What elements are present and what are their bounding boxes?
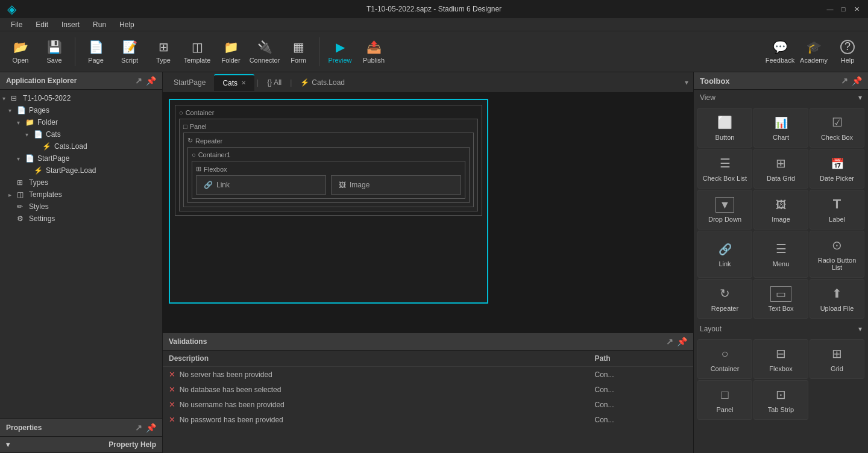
radiobtnlist-icon: [832, 237, 842, 253]
toolbox-panel[interactable]: Panel: [697, 380, 752, 420]
toolbar-open[interactable]: 📂 Open: [5, 34, 36, 70]
tree-item-startpageload[interactable]: ⚡ StartPage.Load: [0, 164, 162, 177]
toolbox-label[interactable]: Label: [810, 190, 864, 230]
toolbar-publish[interactable]: 📤 Publish: [358, 34, 389, 70]
tree-item-cats[interactable]: ▾ 📄 Cats: [0, 128, 162, 140]
maximize-button[interactable]: □: [839, 5, 848, 13]
tree-item-settings[interactable]: ⚙ Settings: [0, 213, 162, 225]
toolbar-folder[interactable]: 📁 Folder: [215, 34, 247, 70]
toolbox-pin-icon[interactable]: 📌: [852, 76, 862, 86]
property-help-header[interactable]: ▾ Property Help: [0, 437, 162, 453]
startpage-icon: 📄: [25, 154, 35, 163]
toolbox-section-layout[interactable]: Layout ▾: [694, 321, 868, 337]
tab-all[interactable]: {} All: [261, 76, 288, 89]
toolbar-preview-label: Preview: [328, 57, 351, 64]
folder-tree-icon: 📁: [25, 118, 35, 127]
toolbar-feedback-label: Feedback: [766, 57, 794, 64]
tabs-collapse-btn[interactable]: ▾: [682, 76, 691, 89]
canvas-link[interactable]: 🔗 Link: [196, 175, 326, 195]
panel-toolbox-icon: [721, 387, 728, 402]
canvas-repeater[interactable]: ↻ Repeater ○ Container1: [183, 133, 474, 207]
toolbar-academy-label: Academy: [800, 57, 828, 64]
repeater-text: Repeater: [195, 137, 222, 145]
toolbox-datepicker[interactable]: Date Picker: [810, 149, 864, 189]
menu-file[interactable]: File: [5, 19, 28, 30]
properties-icons: ↗ 📌: [135, 423, 156, 433]
repeater-icon: ↻: [187, 137, 193, 145]
canvas-container[interactable]: ○ Container □ Panel ↻ Repeat: [175, 105, 482, 216]
toolbox-datagrid[interactable]: Data Grid: [753, 149, 808, 189]
close-button[interactable]: ✕: [852, 5, 861, 13]
tree-item-templates[interactable]: ▸ ◫ Templates: [0, 189, 162, 201]
toolbox-textbox[interactable]: Text Box: [753, 279, 808, 319]
tree-item-folder[interactable]: ▾ 📁 Folder: [0, 116, 162, 128]
toolbar-help[interactable]: ? Help: [832, 34, 863, 70]
settings-icon: ⚙: [17, 214, 27, 223]
toolbox-uploadfile[interactable]: Upload File: [810, 279, 864, 319]
toolbar-connector[interactable]: 🔌 Connector: [249, 34, 280, 70]
toolbox-link[interactable]: Link: [697, 231, 752, 278]
toolbox-dropdown[interactable]: Drop Down: [697, 190, 752, 230]
toolbar-form[interactable]: ▦ Form: [283, 34, 314, 70]
tree-item-pages[interactable]: ▾ 📄 Pages: [0, 104, 162, 116]
flexbox-text: Flexbox: [204, 166, 227, 173]
tree-item-styles[interactable]: ✏ Styles: [0, 201, 162, 213]
properties-pin-icon[interactable]: 📌: [146, 423, 156, 433]
repeater-toolbox-icon: [720, 286, 730, 301]
menu-help[interactable]: Help: [113, 19, 140, 30]
canvas-image[interactable]: 🖼 Image: [331, 175, 461, 195]
toolbox-chart[interactable]: Chart: [753, 108, 808, 148]
validations-expand-icon[interactable]: ↗: [666, 337, 673, 346]
page-icon: 📄: [89, 40, 104, 54]
center-area: StartPage Cats ✕ | {} All | ⚡ Cats.Load …: [163, 72, 693, 453]
tab-catsload[interactable]: ⚡ Cats.Load: [294, 76, 351, 89]
validations-header: Validations ↗ 📌: [163, 333, 693, 351]
app-explorer-expand-icon[interactable]: ↗: [135, 76, 142, 86]
validations-title: Validations: [169, 337, 207, 346]
toolbox-section-view[interactable]: View ▾: [694, 90, 868, 105]
app-explorer-pin-icon[interactable]: 📌: [146, 76, 156, 86]
menu-edit[interactable]: Edit: [30, 19, 54, 30]
menu-run[interactable]: Run: [87, 19, 112, 30]
validations-pin-icon[interactable]: 📌: [677, 337, 687, 346]
toolbar-open-label: Open: [13, 57, 29, 64]
toolbox-expand-icon[interactable]: ↗: [841, 76, 848, 86]
toolbox-container[interactable]: Container: [697, 339, 752, 379]
toolbox-flexbox[interactable]: Flexbox: [753, 339, 808, 379]
toolbar-script[interactable]: 📝 Script: [114, 34, 145, 70]
tab-separator: |: [257, 78, 259, 87]
toolbox-menu[interactable]: Menu: [753, 231, 808, 278]
toolbox-checkbox[interactable]: Check Box: [810, 108, 864, 148]
toolbar-template[interactable]: ◫ Template: [181, 34, 213, 70]
toolbox-radiobtnlist[interactable]: Radio Button List: [810, 231, 864, 278]
toolbar-type[interactable]: ⊞ Type: [148, 34, 179, 70]
toolbar-page-label: Page: [88, 57, 104, 64]
toolbox-tabstrip[interactable]: Tab Strip: [753, 380, 808, 420]
minimize-button[interactable]: —: [826, 5, 834, 13]
properties-expand-icon[interactable]: ↗: [135, 423, 142, 433]
toolbox-repeater[interactable]: Repeater: [697, 279, 752, 319]
toolbar-preview[interactable]: ▶ Preview: [324, 34, 356, 70]
canvas-flexbox[interactable]: ⊞ Flexbox 🔗 Link: [192, 161, 465, 199]
canvas-panel[interactable]: □ Panel ↻ Repeater ○: [179, 119, 478, 211]
toolbox-button[interactable]: Button: [697, 108, 752, 148]
tab-cats[interactable]: Cats ✕: [214, 74, 254, 91]
toolbox-checkboxlist[interactable]: Check Box List: [697, 149, 752, 189]
tree-item-types[interactable]: ⊞ Types: [0, 177, 162, 189]
toolbox-image[interactable]: Image: [753, 190, 808, 230]
menu-bar: File Edit Insert Run Help: [0, 18, 868, 31]
tab-startpage[interactable]: StartPage: [165, 75, 214, 90]
tree-item-catsload[interactable]: ⚡ Cats.Load: [0, 140, 162, 152]
tree-item-startpage[interactable]: ▾ 📄 StartPage: [0, 152, 162, 164]
tab-cats-close[interactable]: ✕: [241, 80, 246, 86]
canvas-container1[interactable]: ○ Container1 ⊞ Flexbox: [187, 147, 470, 203]
tree-item-root[interactable]: ▾ ⊟ T1-10-05-2022: [0, 92, 162, 104]
toolbar-page[interactable]: 📄 Page: [80, 34, 112, 70]
app-explorer-title: Application Explorer: [6, 77, 77, 85]
toolbox-grid[interactable]: Grid: [810, 339, 864, 379]
toolbar-type-label: Type: [156, 57, 171, 64]
menu-insert[interactable]: Insert: [55, 19, 86, 30]
toolbar-academy[interactable]: 🎓 Academy: [798, 34, 829, 70]
toolbar-save[interactable]: 💾 Save: [39, 34, 70, 70]
toolbar-feedback[interactable]: 💬 Feedback: [764, 34, 796, 70]
